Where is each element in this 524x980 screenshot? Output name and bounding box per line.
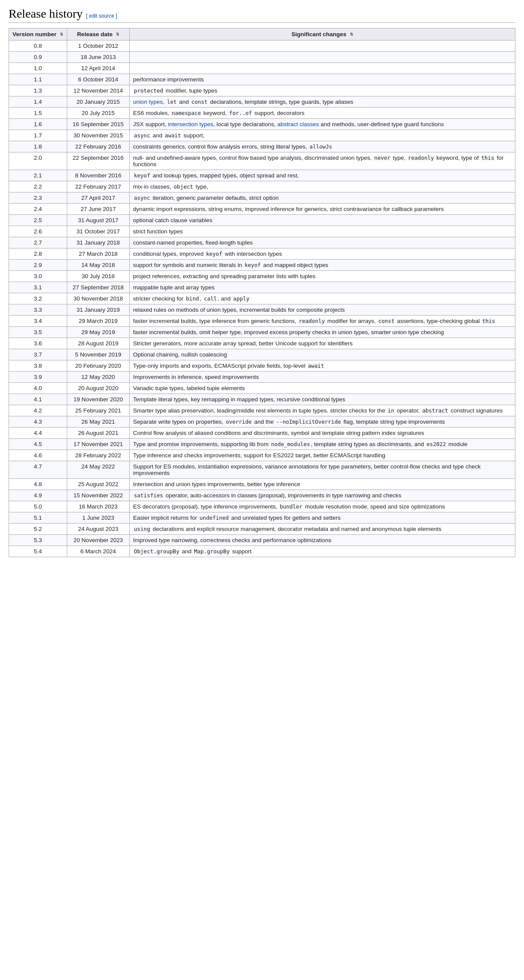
sort-icon-version: ⇅ [60,32,63,37]
table-row: 2.327 April 2017async iteration, generic… [9,192,515,204]
cell-changes: Object.groupBy and Map.groupBy support [129,546,515,557]
cell-date: 24 May 2022 [67,461,129,479]
cell-changes: stricter checking for bind, call, and ap… [129,293,515,304]
cell-version: 5.1 [9,512,67,524]
table-row: 2.18 November 2016keyof and lookup types… [9,170,515,181]
cell-date: 6 March 2024 [67,546,129,557]
cell-changes: Control flow analysis of aliased conditi… [129,428,515,439]
cell-date: 24 August 2023 [67,524,129,535]
cell-changes: union types, let and const declarations,… [129,96,515,108]
table-row: 3.912 May 2020Improvements in inference,… [9,372,515,383]
cell-changes: async and await support, [129,130,515,141]
cell-date: 28 August 2019 [67,338,129,349]
cell-date: 28 February 2022 [67,450,129,461]
cell-changes: strict function types [129,226,515,237]
table-row: 4.020 August 2020Variadic tuple types, l… [9,383,515,394]
cell-version: 4.6 [9,450,67,461]
cell-date: 25 February 2021 [67,405,129,416]
cell-date: 12 November 2014 [67,85,129,96]
cell-changes [129,52,515,63]
edit-source-link[interactable]: edit source [89,13,115,19]
table-row: 5.224 August 2023using declarations and … [9,524,515,535]
table-row: 0.81 October 2012 [9,40,515,52]
table-row: 3.030 July 2018project references, extra… [9,271,515,282]
cell-date: 31 August 2017 [67,215,129,226]
cell-version: 2.6 [9,226,67,237]
cell-changes [129,63,515,74]
table-row: 1.312 November 2014protected modifier, t… [9,85,515,96]
table-row: 4.628 February 2022Type inference and ch… [9,450,515,461]
column-header-date[interactable]: Release date ⇅ [67,28,129,40]
table-row: 1.420 January 2015union types, let and c… [9,96,515,108]
release-history-table: Version number ⇅ Release date ⇅ Signific… [9,28,515,557]
cell-changes: Improved type narrowing, correctness che… [129,535,515,546]
cell-version: 1.4 [9,96,67,108]
cell-version: 3.1 [9,282,67,293]
cell-changes: Variadic tuple types, labeled tuple elem… [129,383,515,394]
table-row: 3.230 November 2018stricter checking for… [9,293,515,304]
table-row: 4.915 November 2022satisfies operator, a… [9,490,515,501]
cell-date: 31 October 2017 [67,226,129,237]
table-row: 4.517 November 2021Type and promise impr… [9,439,515,450]
cell-date: 27 March 2018 [67,248,129,260]
cell-date: 26 May 2021 [67,416,129,428]
cell-date: 29 March 2019 [67,316,129,327]
cell-version: 4.9 [9,490,67,501]
cell-date: 15 November 2022 [67,490,129,501]
cell-date: 30 November 2015 [67,130,129,141]
cell-changes: optional catch clause variables [129,215,515,226]
cell-date: 26 August 2021 [67,428,129,439]
cell-version: 0.9 [9,52,67,63]
cell-changes: faster incremental builds, omit helper t… [129,327,515,338]
cell-version: 2.5 [9,215,67,226]
cell-changes: Type and promise improvements, supportin… [129,439,515,450]
cell-changes: Separate write types on properties, over… [129,416,515,428]
table-row: 5.320 November 2023Improved type narrowi… [9,535,515,546]
cell-date: 18 June 2013 [67,52,129,63]
table-row: 2.222 February 2017mix-in classes, objec… [9,181,515,192]
table-row: 3.820 February 2020Type-only imports and… [9,360,515,372]
cell-changes: protected modifier, tuple types [129,85,515,96]
cell-changes: async iteration, generic parameter defau… [129,192,515,204]
cell-changes: Optional chaining, nullish coalescing [129,349,515,360]
cell-version: 5.4 [9,546,67,557]
table-row: 3.429 March 2019faster incremental build… [9,316,515,327]
cell-version: 1.5 [9,108,67,119]
cell-changes: faster incremental builds, type inferenc… [129,316,515,327]
table-row: 4.426 August 2021Control flow analysis o… [9,428,515,439]
cell-version: 4.8 [9,479,67,490]
column-header-version[interactable]: Version number ⇅ [9,28,67,40]
cell-version: 4.1 [9,394,67,405]
column-header-changes[interactable]: Significant changes ⇅ [129,28,515,40]
cell-changes: mix-in classes, object type, [129,181,515,192]
table-row: 2.022 September 2016null- and undefined-… [9,152,515,170]
cell-version: 1.8 [9,141,67,152]
edit-source-bracket: [ edit source ] [86,13,117,19]
table-row: 2.427 June 2017dynamic import expression… [9,204,515,215]
cell-version: 3.9 [9,372,67,383]
cell-version: 3.3 [9,304,67,316]
cell-changes: null- and undefined-aware types, control… [129,152,515,170]
cell-version: 0.8 [9,40,67,52]
cell-version: 3.0 [9,271,67,282]
table-row: 2.827 March 2018conditional types, impro… [9,248,515,260]
table-row: 4.326 May 2021Separate write types on pr… [9,416,515,428]
cell-date: 14 May 2018 [67,260,129,271]
cell-date: 22 September 2016 [67,152,129,170]
cell-changes: conditional types, improved keyof with i… [129,248,515,260]
cell-date: 8 November 2016 [67,170,129,181]
table-row: 5.016 March 2023ES decorators (proposal)… [9,501,515,512]
cell-version: 3.4 [9,316,67,327]
cell-version: 1.6 [9,119,67,130]
cell-version: 4.7 [9,461,67,479]
cell-changes: Type inference and checks improvements, … [129,450,515,461]
cell-date: 20 July 2015 [67,108,129,119]
cell-date: 30 November 2018 [67,293,129,304]
table-row: 5.46 March 2024Object.groupBy and Map.gr… [9,546,515,557]
table-row: 1.16 October 2014performance improvement… [9,74,515,85]
cell-version: 5.0 [9,501,67,512]
cell-date: 1 June 2023 [67,512,129,524]
cell-changes: JSX support, intersection types, local t… [129,119,515,130]
table-row: 1.520 July 2015ES6 modules, namespace ke… [9,108,515,119]
cell-changes: Smarter type alias preservation, leading… [129,405,515,416]
